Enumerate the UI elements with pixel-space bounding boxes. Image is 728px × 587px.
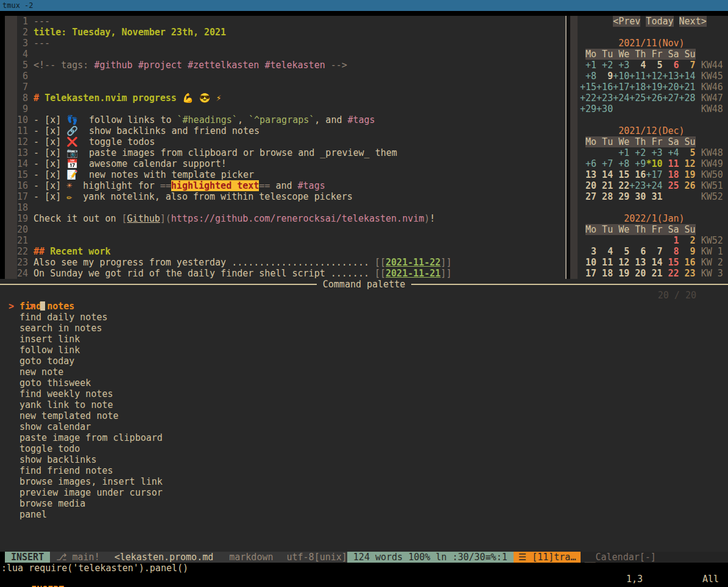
calendar-day[interactable]: 29 — [613, 191, 629, 202]
editor-line[interactable]: 13- [x] 📷 paste images from clipboard or… — [17, 147, 565, 158]
calendar-day[interactable]: 19 — [613, 268, 629, 279]
calendar-day[interactable]: *10 — [646, 158, 662, 169]
calendar-day[interactable]: +25 — [629, 93, 646, 104]
calendar-day[interactable]: +12 — [646, 71, 662, 82]
calendar-day[interactable]: 23 — [679, 268, 696, 279]
editor-line[interactable]: 24On Sunday we got rid of the daily find… — [17, 268, 565, 279]
palette-item[interactable]: show calendar — [0, 421, 728, 432]
calendar-day[interactable]: +15 — [580, 82, 596, 93]
calendar-day[interactable]: 7 — [679, 60, 696, 71]
calendar-window[interactable]: <Prev Today Next>2021/11(Nov) Mo Tu We T… — [570, 16, 728, 279]
calendar-day[interactable]: +2 — [629, 147, 646, 158]
palette-item[interactable]: new templated note — [0, 410, 728, 421]
calendar-day[interactable]: +2 — [596, 60, 613, 71]
calendar-day[interactable]: 1 — [662, 235, 679, 246]
calendar-day[interactable]: +9 — [629, 158, 646, 169]
editor-line[interactable]: 7 — [17, 82, 565, 93]
calendar-day[interactable]: +3 — [613, 60, 629, 71]
editor-line[interactable]: 11- [x] 🔗 show backlinks and friend note… — [17, 125, 565, 136]
calendar-day[interactable]: 21 — [596, 180, 613, 191]
calendar-day[interactable]: 17 — [580, 268, 596, 279]
palette-item[interactable]: find weekly notes — [0, 388, 728, 399]
palette-item[interactable]: search in notes — [0, 323, 728, 334]
calendar-day[interactable]: 22 — [662, 268, 679, 279]
calendar-day[interactable]: +8 — [580, 71, 596, 82]
calendar-day[interactable]: +29 — [580, 104, 596, 114]
calendar-day[interactable]: 18 — [596, 268, 613, 279]
calendar-day[interactable]: 13 — [580, 169, 596, 180]
calendar-day[interactable]: 11 — [596, 257, 613, 268]
calendar-day[interactable]: +21 — [679, 82, 696, 93]
palette-item[interactable]: toggle todo — [0, 443, 728, 454]
calendar-day[interactable]: +6 — [580, 158, 596, 169]
editor-line[interactable]: 12- [x] ❌ toggle todos — [17, 136, 565, 147]
calendar-day[interactable]: 26 — [679, 180, 696, 191]
calendar-day[interactable]: +30 — [596, 104, 613, 114]
calendar-day[interactable]: 3 — [580, 246, 596, 257]
editor-line[interactable]: 18 — [17, 202, 565, 213]
calendar-day[interactable]: 8 — [662, 246, 679, 257]
calendar-day[interactable]: 9 — [679, 246, 696, 257]
calendar-day[interactable]: 6 — [629, 246, 646, 257]
calendar-day[interactable]: +24 — [646, 180, 662, 191]
editor-line[interactable]: 23Also see my progress from yesterday ..… — [17, 257, 565, 268]
calendar-day[interactable]: 2 — [679, 235, 696, 246]
calendar-day[interactable]: +16 — [596, 82, 613, 93]
editor-line[interactable]: 3--- — [17, 38, 565, 49]
calendar-day[interactable]: 18 — [662, 169, 679, 180]
editor-line[interactable]: 5<!-- tags: #github #project #zettelkast… — [17, 60, 565, 71]
calendar-day[interactable]: 15 — [613, 169, 629, 180]
calendar-day[interactable]: 30 — [629, 191, 646, 202]
calendar-day[interactable]: 25 — [662, 180, 679, 191]
calendar-day[interactable]: 27 — [580, 191, 596, 202]
calendar-day[interactable]: +14 — [679, 71, 696, 82]
calendar-day[interactable]: +18 — [629, 82, 646, 93]
calendar-day[interactable]: +23 — [629, 180, 646, 191]
calendar-day[interactable]: 7 — [646, 246, 662, 257]
calendar-day[interactable]: 5 — [613, 246, 629, 257]
calendar-day[interactable]: +22 — [580, 93, 596, 104]
calendar-day[interactable]: 15 — [662, 257, 679, 268]
calendar-day[interactable]: +3 — [646, 147, 662, 158]
editor-line[interactable]: 21 — [17, 235, 565, 246]
calendar-day[interactable]: +27 — [662, 93, 679, 104]
tab-segment[interactable]: ☰ [11]tra… — [514, 552, 581, 563]
palette-item[interactable]: yank link to note — [0, 399, 728, 410]
editor-line[interactable]: 19Check it out on [Github](https://githu… — [17, 213, 565, 224]
calendar-day[interactable]: 5 — [679, 147, 696, 158]
calendar-day[interactable]: +26 — [646, 93, 662, 104]
calendar-day[interactable]: 10 — [580, 257, 596, 268]
calendar-day[interactable]: 31 — [646, 191, 662, 202]
calendar-day[interactable]: +20 — [662, 82, 679, 93]
palette-item[interactable]: goto thisweek — [0, 378, 728, 388]
calendar-day[interactable]: +17 — [613, 82, 629, 93]
editor-line[interactable]: 4 — [17, 49, 565, 60]
editor-line[interactable]: 22## Recent work — [17, 246, 565, 257]
editor-line[interactable]: 16- [x] ☀ highlight for ==highlighted te… — [17, 180, 565, 191]
calendar-day[interactable]: +24 — [613, 93, 629, 104]
editor-line[interactable]: 17- [x] ✏ yank notelink, also from withi… — [17, 191, 565, 202]
palette-item[interactable]: find daily notes — [0, 312, 728, 323]
calendar-day[interactable]: 16 — [629, 169, 646, 180]
calendar-day[interactable]: 9 — [596, 71, 613, 82]
calendar-day[interactable]: 20 — [629, 268, 646, 279]
calendar-day[interactable]: +28 — [679, 93, 696, 104]
calendar-day[interactable]: +10 — [613, 71, 629, 82]
calendar-day[interactable]: 5 — [646, 60, 662, 71]
palette-item[interactable]: new note — [0, 367, 728, 378]
calendar-day[interactable]: +7 — [596, 158, 613, 169]
calendar-day[interactable]: 4 — [596, 246, 613, 257]
calendar-day[interactable]: 14 — [646, 257, 662, 268]
calendar-day[interactable]: +1 — [580, 60, 596, 71]
editor-line[interactable]: 20 — [17, 224, 565, 235]
palette-item[interactable]: find friend notes — [0, 465, 728, 476]
editor-line[interactable]: 15- [x] 📝 new notes with template picker — [17, 169, 565, 180]
palette-prompt-row[interactable]: > 20 / 20 — [0, 290, 728, 301]
calendar-day[interactable]: 12 — [679, 158, 696, 169]
calendar-day[interactable]: 22 — [613, 180, 629, 191]
calendar-today-button[interactable]: Today — [646, 16, 673, 27]
calendar-day[interactable]: 4 — [629, 60, 646, 71]
calendar-day[interactable]: +17 — [646, 169, 662, 180]
editor-line[interactable]: 1--- — [17, 16, 565, 27]
calendar-day[interactable]: 20 — [580, 180, 596, 191]
